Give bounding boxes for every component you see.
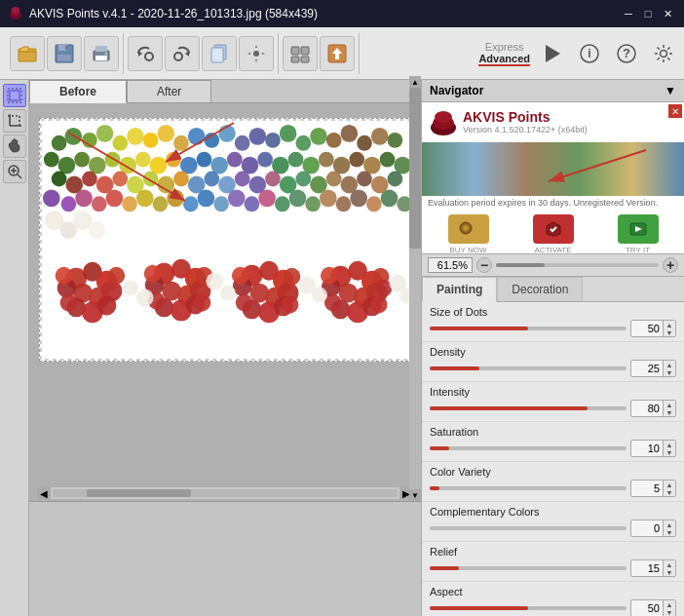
zoom-value[interactable]: 61.5% [428,257,473,273]
zoom-minus-button[interactable]: − [476,257,492,273]
express-label[interactable]: Express [485,41,524,53]
param-row-size-of-dots: Size of Dots ▲ ▼ [422,302,684,342]
zoom-plus-button[interactable]: + [663,257,678,273]
param-spinner: ▲ ▼ [663,560,675,576]
save-button[interactable] [47,36,82,71]
param-label: Color Variety [430,466,676,478]
param-value-box: ▲ ▼ [630,360,676,377]
svg-point-90 [257,152,273,168]
print-button[interactable] [84,36,119,71]
svg-marker-14 [185,51,189,57]
spinner-down-button[interactable]: ▼ [664,368,675,376]
svg-point-18 [253,51,259,57]
navigator-chevron[interactable]: ▼ [665,84,676,97]
open-button[interactable] [10,36,45,71]
param-value-input[interactable] [631,481,663,495]
spinner-up-button[interactable]: ▲ [664,361,675,368]
spinner-down-button[interactable]: ▼ [664,448,675,456]
param-value-input[interactable] [631,442,663,455]
param-slider[interactable] [430,526,627,530]
svg-point-68 [280,125,297,142]
svg-point-88 [227,152,243,168]
zoom-tool[interactable] [3,160,26,183]
select-tool[interactable] [3,84,26,107]
maximize-button[interactable]: □ [639,6,657,21]
close-button[interactable]: ✕ [659,6,676,21]
param-slider[interactable] [430,566,627,570]
export-button[interactable] [320,36,355,71]
play-button[interactable] [538,39,567,68]
param-value-box: ▲ ▼ [630,320,676,337]
spinner-down-button[interactable]: ▼ [664,328,675,336]
spinner-down-button[interactable]: ▼ [664,568,675,576]
svg-point-122 [388,172,403,187]
svg-point-29 [661,50,667,57]
redo-button[interactable] [165,36,200,71]
param-slider-fill [430,327,528,330]
batch-button[interactable] [283,36,318,71]
param-slider[interactable] [430,366,627,370]
zoom-slider-track[interactable] [496,263,659,267]
file-tools [6,33,124,74]
param-value-input[interactable] [631,402,663,415]
after-tab[interactable]: After [127,80,211,102]
decoration-tab[interactable]: Decoration [497,277,583,301]
svg-point-120 [357,172,372,187]
h-scrollbar[interactable]: ◀ ▶ [37,487,413,499]
svg-point-110 [204,172,219,187]
crop-tool[interactable] [3,109,26,133]
param-label: Aspect [430,586,676,597]
hand-tool[interactable] [3,135,26,158]
spinner-up-button[interactable]: ▲ [664,321,675,328]
spinner-down-button[interactable]: ▼ [664,528,675,536]
activate-button[interactable]: ACTIVATE [533,214,574,253]
v-scrollbar[interactable]: ▲ ▼ [409,76,421,501]
param-slider[interactable] [430,327,627,330]
param-slider[interactable] [430,486,627,490]
help-button[interactable]: ? [612,39,641,68]
spinner-up-button[interactable]: ▲ [664,401,675,408]
panel-content: Size of Dots ▲ ▼ Density ▲ [422,302,684,616]
nav-ad-close-button[interactable]: ✕ [668,104,682,118]
param-value-box: ▲ ▼ [630,559,676,577]
main-area: Before After [0,80,684,616]
gear-button[interactable] [649,39,678,68]
param-spinner: ▲ ▼ [663,321,675,336]
param-slider[interactable] [430,446,627,450]
svg-point-11 [105,52,108,55]
minimize-button[interactable]: ─ [620,6,637,21]
spinner-up-button[interactable]: ▲ [664,520,675,528]
advanced-label[interactable]: Advanced [478,53,530,66]
spinner-up-button[interactable]: ▲ [664,441,675,448]
painting-tab[interactable]: Painting [422,277,497,302]
param-slider[interactable] [430,606,627,610]
param-value-input[interactable] [631,362,663,375]
svg-point-140 [305,196,321,212]
before-tab[interactable]: Before [29,80,127,103]
spinner-up-button[interactable]: ▲ [664,600,675,608]
undo-button[interactable] [128,36,163,71]
svg-point-112 [235,172,250,187]
svg-line-36 [667,47,669,49]
copy-button[interactable] [202,36,237,71]
spinner-down-button[interactable]: ▼ [664,608,675,616]
param-slider[interactable] [430,406,627,410]
try-it-button[interactable]: TRY IT [618,214,659,253]
svg-point-60 [157,125,174,142]
param-value-input[interactable] [631,561,663,575]
right-toolbar: Express Advanced i ? [478,39,678,68]
spinner-down-button[interactable]: ▼ [664,408,675,416]
settings-button[interactable] [239,36,274,71]
info-button[interactable]: i [575,39,604,68]
spinner-down-button[interactable]: ▼ [664,488,675,496]
param-value-input[interactable] [631,322,663,335]
param-value-input[interactable] [631,521,663,535]
canvas-viewport: ◀ ▶ [29,103,421,616]
spinner-up-button[interactable]: ▲ [664,560,675,568]
window-title: AKVIS Points v.4.1 - 2020-11-26_101313.j… [29,7,620,20]
spinner-up-button[interactable]: ▲ [664,481,675,488]
param-value-input[interactable] [631,601,663,615]
svg-point-65 [235,135,250,151]
buy-now-button[interactable]: BUY NOW [448,214,489,253]
canvas-area: Before After [29,80,421,616]
